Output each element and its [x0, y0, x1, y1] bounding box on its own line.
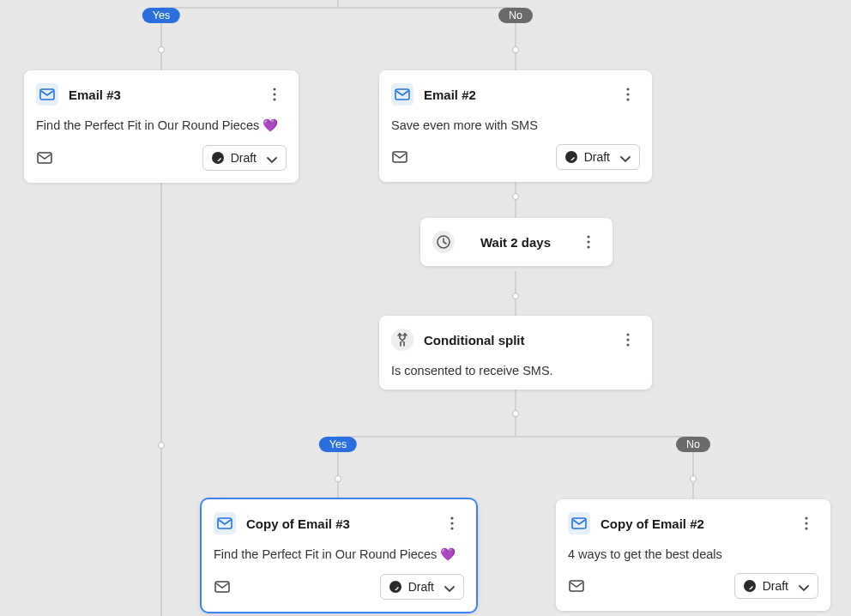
chevron-down-icon — [795, 579, 809, 593]
node-dot — [512, 193, 519, 200]
card-title: Copy of Email #3 — [246, 516, 430, 531]
card-menu-button[interactable] — [616, 82, 640, 106]
mail-outline-icon — [391, 148, 408, 166]
branch-no-badge: No — [498, 8, 533, 23]
branch-yes-badge: Yes — [319, 437, 357, 452]
status-label: Draft — [763, 579, 788, 593]
status-dropdown[interactable]: Draft — [202, 145, 287, 171]
card-title: Copy of Email #2 — [601, 516, 784, 531]
card-menu-button[interactable] — [440, 511, 464, 535]
node-dot — [512, 293, 519, 299]
node-dot — [158, 46, 165, 53]
status-label: Draft — [408, 580, 434, 594]
card-description: Save even more with SMS — [391, 118, 640, 132]
card-menu-button[interactable] — [794, 511, 818, 535]
card-title: Wait 2 days — [480, 235, 551, 250]
draft-status-icon — [565, 151, 577, 163]
card-description: Is consented to receive SMS. — [391, 364, 640, 377]
card-menu-button[interactable] — [263, 82, 287, 106]
mail-outline-icon — [568, 577, 585, 595]
mail-outline-icon — [214, 578, 231, 595]
email-card-2[interactable]: Email #2 Save even more with SMS Draft — [379, 70, 652, 182]
mail-icon — [391, 83, 413, 106]
chevron-down-icon — [617, 150, 631, 164]
card-title: Conditional split — [424, 333, 606, 347]
draft-status-icon — [389, 581, 401, 593]
chevron-down-icon — [263, 151, 277, 165]
card-menu-button[interactable] — [616, 328, 640, 352]
mail-icon — [36, 83, 58, 106]
status-dropdown[interactable]: Draft — [734, 573, 818, 599]
mail-outline-icon — [36, 149, 53, 166]
node-dot — [690, 475, 697, 482]
node-dot — [512, 410, 519, 417]
connector — [338, 436, 693, 438]
node-dot — [335, 475, 341, 482]
split-icon — [391, 329, 413, 351]
conditional-split-card[interactable]: Conditional split Is consented to receiv… — [379, 316, 652, 390]
status-label: Draft — [584, 150, 610, 164]
card-description: Find the Perfect Fit in Our Round Pieces… — [36, 118, 287, 133]
branch-yes-badge: Yes — [142, 8, 180, 23]
node-dot — [512, 46, 519, 53]
connector — [161, 7, 516, 9]
chevron-down-icon — [441, 580, 455, 594]
clock-icon — [432, 231, 455, 253]
email-card-copy-3[interactable]: Copy of Email #3 Find the Perfect Fit in… — [202, 499, 476, 612]
status-label: Draft — [231, 151, 257, 165]
mail-icon — [214, 512, 236, 534]
draft-status-icon — [212, 152, 224, 164]
card-description: 4 ways to get the best deals — [568, 547, 818, 561]
status-dropdown[interactable]: Draft — [556, 144, 640, 170]
card-title: Email #2 — [424, 88, 606, 102]
card-title: Email #3 — [69, 88, 252, 102]
email-card-copy-2[interactable]: Copy of Email #2 4 ways to get the best … — [556, 499, 830, 611]
wait-card[interactable]: Wait 2 days — [420, 218, 613, 266]
draft-status-icon — [744, 580, 756, 592]
branch-no-badge: No — [676, 437, 710, 452]
node-dot — [158, 442, 165, 449]
card-description: Find the Perfect Fit in Our Round Pieces… — [214, 547, 464, 562]
email-card-3[interactable]: Email #3 Find the Perfect Fit in Our Rou… — [24, 70, 299, 183]
status-dropdown[interactable]: Draft — [380, 574, 464, 600]
mail-icon — [568, 512, 590, 534]
card-menu-button[interactable] — [576, 230, 601, 254]
